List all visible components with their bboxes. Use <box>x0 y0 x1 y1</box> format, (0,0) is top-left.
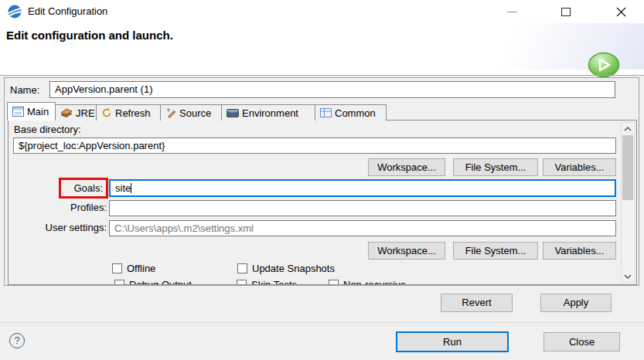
file-system-button-2[interactable]: File System... <box>453 242 538 260</box>
checkbox-debug-output-box[interactable] <box>114 280 124 286</box>
goals-input[interactable]: site <box>109 179 616 197</box>
header-message: Edit configuration and launch. <box>6 29 173 42</box>
main-tab-icon <box>12 107 24 117</box>
workspace-button-1[interactable]: Workspace... <box>368 158 445 176</box>
name-input[interactable]: AppVersion.parent (1) <box>49 81 615 98</box>
base-directory-label: Base directory: <box>14 124 81 135</box>
base-directory-input[interactable]: ${project_loc:AppVersion.parent} <box>13 138 616 154</box>
header-separator <box>0 75 644 76</box>
tab-jre[interactable]: JRE <box>55 104 97 121</box>
goals-label: Goals: <box>73 182 103 194</box>
user-settings-input[interactable]: C:\Users\apps\.m2\settings.xml <box>109 220 616 236</box>
scroll-down-icon[interactable] <box>622 270 634 282</box>
checkbox-non-recursive[interactable]: Non-recursive <box>329 278 406 285</box>
variables-button-1[interactable]: Variables... <box>543 158 616 176</box>
footer-separator <box>0 322 644 323</box>
revert-button[interactable]: Revert <box>441 294 513 312</box>
close-button[interactable]: Close <box>543 332 620 352</box>
scroll-up-icon[interactable] <box>622 123 634 134</box>
dialog-header: Edit configuration and launch. <box>0 23 644 75</box>
checkbox-non-recursive-box[interactable] <box>329 280 339 286</box>
tab-environment[interactable]: Environment <box>221 104 315 121</box>
checkbox-update-snapshots-box[interactable] <box>237 263 247 273</box>
tab-source[interactable]: Source <box>160 104 222 121</box>
user-settings-label: User settings: <box>16 222 107 233</box>
close-window-icon[interactable] <box>608 0 633 23</box>
file-system-button-1[interactable]: File System... <box>453 158 538 176</box>
environment-tab-icon <box>227 109 239 117</box>
profiles-label: Profiles: <box>16 202 107 213</box>
main-tab-content: Base directory: ${project_loc:AppVersion… <box>8 120 637 285</box>
variables-button-2[interactable]: Variables... <box>543 242 616 260</box>
common-tab-icon <box>320 108 332 117</box>
tab-bar: Main JRE Refresh Source <box>8 102 387 121</box>
minimize-button[interactable] <box>499 0 524 23</box>
run-launch-icon[interactable] <box>588 52 620 78</box>
profiles-input[interactable] <box>109 200 616 216</box>
text-caret <box>131 183 131 193</box>
checkbox-update-snapshots[interactable]: Update Snapshots <box>237 262 335 274</box>
edit-configuration-dialog: Edit Configuration Edit configuration an… <box>0 0 644 360</box>
jre-tab-icon <box>60 108 73 117</box>
help-button[interactable]: ? <box>9 333 25 348</box>
scrollbar-thumb[interactable] <box>622 135 633 200</box>
eclipse-logo-icon <box>8 5 22 19</box>
checkbox-offline-box[interactable] <box>112 263 122 273</box>
goals-label-red-highlight: Goals: <box>59 178 108 199</box>
apply-button[interactable]: Apply <box>540 294 612 312</box>
checkbox-debug-output[interactable]: Debug Output <box>114 278 192 285</box>
tab-common[interactable]: Common <box>315 104 387 121</box>
workspace-button-2[interactable]: Workspace... <box>368 242 445 260</box>
vertical-scrollbar[interactable] <box>621 122 635 283</box>
maximize-button[interactable] <box>554 0 578 23</box>
refresh-tab-icon <box>101 107 112 118</box>
checkbox-skip-tests[interactable]: Skip Tests <box>237 278 297 285</box>
configuration-groupbox: Name: AppVersion.parent (1) Main JRE <box>4 77 639 286</box>
tab-main[interactable]: Main <box>7 102 56 121</box>
name-label: Name: <box>10 82 39 99</box>
window-title: Edit Configuration <box>28 0 107 23</box>
title-bar: Edit Configuration <box>0 0 644 23</box>
checkbox-offline[interactable]: Offline <box>112 262 155 274</box>
source-tab-icon <box>165 107 176 118</box>
run-button[interactable]: Run <box>396 331 509 352</box>
tab-refresh[interactable]: Refresh <box>96 104 161 121</box>
checkbox-skip-tests-box[interactable] <box>237 280 247 286</box>
